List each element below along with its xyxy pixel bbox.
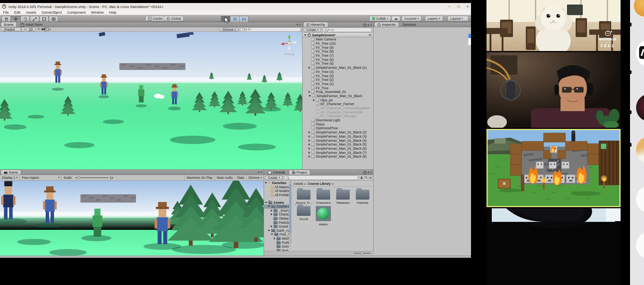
pivot-center-button[interactable]: Center: [145, 16, 165, 21]
inspector-scrollbar[interactable]: [468, 34, 471, 45]
tab-asset-store[interactable]: Asset Store: [17, 22, 46, 27]
scene-gizmos-dropdown[interactable]: Gizmos▾: [220, 28, 238, 31]
sidebar-avatar[interactable]: [636, 185, 644, 213]
hierarchy-item[interactable]: Plane: [303, 122, 373, 126]
hierarchy-search-input[interactable]: ▾ All: [323, 28, 372, 32]
project-create-button[interactable]: Create▾: [265, 176, 283, 180]
scene-viewport[interactable]: ◂ Persp: [0, 32, 302, 170]
breadcrumb-course-library[interactable]: Course Library: [308, 182, 330, 186]
project-tree-item[interactable]: Obstacles: [264, 217, 289, 221]
sidebar-avatar[interactable]: [634, 0, 644, 17]
hierarchy-item[interactable]: SimpleFarmer_Man_01_Black (7): [303, 150, 373, 155]
thumbnail-size-slider[interactable]: [354, 253, 371, 254]
aspect-dropdown[interactable]: Free Aspect▾: [19, 175, 61, 180]
lighting-toggle-icon[interactable]: ☀: [37, 28, 40, 31]
tab-console[interactable]: Console: [265, 170, 288, 175]
hierarchy-item[interactable]: Fir_Tree (4): [303, 70, 373, 74]
project-tree-item[interactable]: Assets: [264, 200, 289, 204]
hierarchy-item[interactable]: Directional Light: [303, 118, 373, 122]
menu-file[interactable]: File: [3, 10, 9, 14]
webcam-minecraft-share[interactable]: [486, 129, 621, 207]
project-tree-item[interactable]: ★Favorites: [264, 181, 289, 185]
scale-tool-icon[interactable]: [30, 16, 39, 22]
layers-dropdown[interactable]: Layers▾: [425, 16, 443, 21]
rotate-tool-icon[interactable]: [20, 16, 30, 22]
hierarchy-item[interactable]: Fir_Tree: [303, 86, 373, 90]
asset-Characters[interactable]: Characters: [314, 190, 333, 204]
hierarchy-item[interactable]: SF_Character_FarmersWife: [303, 110, 373, 114]
lock-icon[interactable]: [363, 24, 366, 27]
hierarchy-item[interactable]: SimpleFarmer_Man_01_Black (5): [303, 142, 373, 147]
sidebar-avatar[interactable]: [636, 39, 644, 67]
tab-hierarchy[interactable]: Hierarchy: [303, 22, 328, 27]
game-gizmos-button[interactable]: Gizmos▾: [246, 175, 264, 180]
project-tree-item[interactable]: All Models: [264, 189, 289, 193]
project-tree-item[interactable]: Particles: [264, 220, 289, 225]
tab-scene[interactable]: Scene: [1, 22, 17, 27]
tab-project[interactable]: Project: [289, 170, 310, 175]
hierarchy-item[interactable]: Fir_Tree (5): [303, 62, 373, 66]
hierarchy-item[interactable]: SimpleFarmer_Man_01_Black (8): [303, 155, 373, 159]
hierarchy-item[interactable]: SF_Character_Wrangler: [303, 114, 373, 118]
tab-game[interactable]: Game: [1, 170, 21, 175]
breadcrumb-assets[interactable]: Assets: [293, 182, 303, 186]
game-mute-audio-button[interactable]: Mute Audio: [215, 175, 235, 180]
project-tree-item[interactable]: Meshes: [264, 237, 289, 241]
asset-_Source_Files[interactable]: _Source_Files: [294, 190, 314, 204]
game-maximize-on-play-button[interactable]: Maximize On Play: [184, 175, 215, 180]
shaded-dropdown[interactable]: Shaded▾: [1, 28, 25, 31]
project-tree-item[interactable]: Darth_Ar: [264, 229, 289, 233]
hierarchy-item[interactable]: Fir_Tree (1): [303, 82, 373, 86]
asset-Obstacles[interactable]: Obstacles: [333, 190, 353, 204]
asset-sibahu[interactable]: sibahu: [314, 206, 333, 226]
project-tree-item[interactable]: Sound: [264, 225, 289, 229]
step-button[interactable]: [239, 16, 249, 22]
favorites-filter-icon[interactable]: ★: [369, 176, 372, 180]
project-tree-item[interactable]: Prefabs: [264, 240, 289, 245]
project-tree-item[interactable]: All Materials: [264, 185, 289, 189]
hierarchy-item[interactable]: Prop_StoneWall_01: [303, 90, 373, 94]
asset-Sound[interactable]: Sound: [294, 206, 314, 226]
hierarchy-item[interactable]: Fir_Tree (10): [303, 42, 373, 46]
asset-Particles[interactable]: Particles: [353, 190, 372, 204]
hierarchy-create-button[interactable]: Create▾: [304, 28, 321, 32]
webcam-dark[interactable]: [486, 208, 621, 285]
move-tool-icon[interactable]: [11, 16, 20, 22]
menu-edit[interactable]: Edit: [14, 10, 20, 14]
project-tree-item[interactable]: All Prefabs: [264, 193, 289, 197]
hierarchy-item[interactable]: SF_Character_Farmer: [303, 102, 373, 106]
project-tree-item[interactable]: Scenes: [264, 245, 289, 249]
scale-slider[interactable]: [75, 177, 108, 178]
hierarchy-item[interactable]: Fir_Tree (6): [303, 57, 373, 62]
minimize-button[interactable]: −: [448, 5, 451, 9]
scene-header-row[interactable]: SampleScene* ▾≡: [303, 33, 373, 37]
hierarchy-item[interactable]: SimpleFarmer_Man_01_Black (3): [303, 135, 373, 139]
2d-toggle[interactable]: 2D: [26, 28, 36, 31]
hierarchy-item[interactable]: SimpleFarmer_Man_01_Black (2): [303, 130, 373, 135]
account-dropdown[interactable]: Account▾: [402, 16, 422, 21]
sidebar-avatar[interactable]: [636, 94, 644, 122]
hierarchy-item[interactable]: SimpleFarmer_Man_01_Black (6): [303, 147, 373, 151]
rect-tool-icon[interactable]: [39, 16, 49, 22]
lock-icon[interactable]: [363, 172, 366, 174]
display-dropdown[interactable]: Display 1▾: [0, 175, 19, 180]
menu-assets[interactable]: Assets: [26, 10, 37, 14]
hierarchy-item[interactable]: SF_Character_FarmersDaughter: [303, 106, 373, 110]
effects-dropdown[interactable]: ▾: [45, 28, 51, 31]
hierarchy-item[interactable]: Fir_Tree (9): [303, 45, 373, 50]
menu-help[interactable]: Help: [109, 10, 116, 14]
hierarchy-item[interactable]: Fir_Tree (2): [303, 78, 373, 82]
hierarchy-item[interactable]: Fir_Tree (3): [303, 74, 373, 78]
hierarchy-item[interactable]: SimpleFarmer_Man_01_Black (1): [303, 66, 373, 70]
hierarchy-item[interactable]: Hips_jnt: [303, 98, 373, 102]
project-tree-item[interactable]: Characters: [264, 212, 289, 217]
project-tree-item[interactable]: _Source_Files: [264, 209, 289, 213]
collab-filter-icon[interactable]: ♟: [360, 176, 363, 180]
scene-search-input[interactable]: ▾ All: [240, 27, 301, 32]
menu-component[interactable]: Component: [67, 10, 86, 14]
hierarchy-item[interactable]: OptimizedTree: [303, 126, 373, 130]
cloud-button[interactable]: ☁: [391, 16, 400, 21]
tab-inspector[interactable]: Inspector: [374, 22, 399, 27]
hierarchy-item[interactable]: Fir_Tree (8): [303, 50, 373, 54]
menu-window[interactable]: Window: [91, 10, 104, 14]
